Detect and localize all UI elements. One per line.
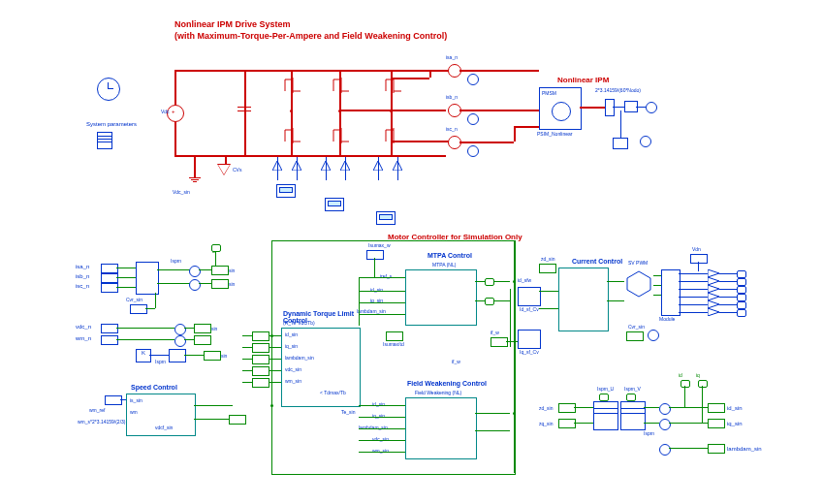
pwm-out-port [737,309,746,317]
isb-n-label: isb_n [446,94,458,100]
vdc-label: Vdc [161,109,170,114]
sum-icon [659,444,671,456]
sensor-icon [467,74,479,85]
port-box [101,335,118,345]
sum-icon [174,324,186,335]
switch-icon [283,78,302,94]
port-icon [626,394,636,401]
capacitor-icon [237,107,251,108]
combine-block2 [518,330,541,349]
current-control-block [558,268,609,331]
id-out: id [679,372,682,378]
port-box [101,273,118,283]
tl-vdc-sin: vdc_sin [285,366,301,372]
lambdam-sin-out: lambdam_sin [727,446,762,452]
tl-wm-sin: wm_sin [285,378,301,384]
gate-triangle-icon [373,161,383,172]
pmsm-block: PMSM [539,87,582,130]
svg-marker-12 [708,308,719,316]
svg-marker-5 [393,161,402,171]
fw-vdc: vdc_sin [372,436,389,442]
port-box [386,331,403,341]
port-box [194,335,211,345]
scope-icon [325,198,344,211]
isa-n-port-label: isa_n [76,264,89,269]
sum-icon [174,335,186,347]
controller-title: Motor Controller for Simulation Only [388,233,522,241]
port-box [252,366,269,376]
is-sin-label: is_sin [130,397,142,403]
sv-pwm-block [624,269,653,299]
id-sin-out: id_sin [727,405,743,411]
pwm-out-port [737,294,746,301]
port-icon [681,380,690,388]
ispm-label2: Ispm [155,359,166,364]
cvs-triangle-icon [218,165,230,174]
k-gain-block: K [136,349,151,362]
cvs-label: CVs [233,167,241,173]
cvr-sin-label: Cvr_sin [126,297,142,302]
wm-label: wm [130,409,138,415]
iq-sin-out: iq_sin [727,421,743,426]
mtpa-id: id_sin [370,287,383,293]
sum-icon [646,102,657,113]
pmsm-label: PMSM [542,90,556,96]
cvr-sin-label2: Cvr_sin [628,324,645,330]
port-box [101,324,118,333]
tl-id-sin: id_sin [285,331,298,337]
port-box [204,351,221,361]
sin-label4: sin [221,353,227,359]
filter-block [169,349,186,362]
torque-limit-subtitle: (R_Te*Vdc/Tb) [283,320,315,326]
sum-icon [648,330,659,341]
fw-subtitle: Field Weakening (NL) [415,390,461,395]
sensor-icon [640,136,651,147]
ispm-v: Ispm_V [624,386,641,392]
main-title-line1: Nonlinear IPM Drive System [174,19,291,31]
svg-marker-6 [627,271,650,297]
port-box [708,444,725,454]
wm-expr-label: wm_s*2*3.14159/(2/3) [78,419,125,425]
id-sfw-label: id_sfw [518,277,531,283]
isumax-td-label: Isumax/td [383,341,404,347]
svg-marker-7 [708,269,719,277]
tl-tdmax: < Tdmax/Tb [320,390,346,395]
mtpa-subtitle: MTPA (NL) [432,262,456,268]
isc-n-label: isc_n [446,126,458,132]
port-box [105,395,122,405]
port-icon [698,380,708,388]
port-box [130,304,147,314]
ispm-label3: Ispm [644,430,654,436]
sensor-icon [467,145,479,157]
sin-label: sin [229,268,235,273]
module-label: Module [659,316,675,322]
abc-dq-block [136,262,159,295]
sin-label2: sin [229,281,235,287]
port-box [491,337,508,347]
port-box [558,419,576,428]
vdcf-sin-label: vdcf_sin [155,425,173,430]
sum-icon [189,266,201,277]
gate-triangle-icon [340,161,350,172]
scope-icon [376,211,396,225]
mtpa-iref: iref_s [380,273,392,279]
zd-label: zd_sin [539,405,553,411]
main-title-line2: (with Maximum-Torque-Per-Ampere and Fiel… [174,31,447,43]
fw-ifw: if_w [452,359,460,364]
capacitor-icon2 [237,110,251,111]
sin-label3: sin [211,326,217,331]
tl-iq-sin: iq_sin [285,343,298,349]
svg-marker-9 [708,285,719,293]
port-box [101,264,118,273]
psim-nonlinear-label: PSIM_Nonlinear [537,131,572,137]
gate-triangle-icon [292,161,301,172]
isumax-w-label: Isumax_w [368,242,391,248]
port-box [626,331,644,341]
port-box [708,403,725,413]
port-box [252,331,269,341]
speed-control-title: Speed Control [131,384,177,391]
system-params-block [97,132,112,149]
port-box [252,355,269,364]
gate-triangle-icon [321,161,331,172]
vdc-n-label: vdc_n [76,324,91,330]
